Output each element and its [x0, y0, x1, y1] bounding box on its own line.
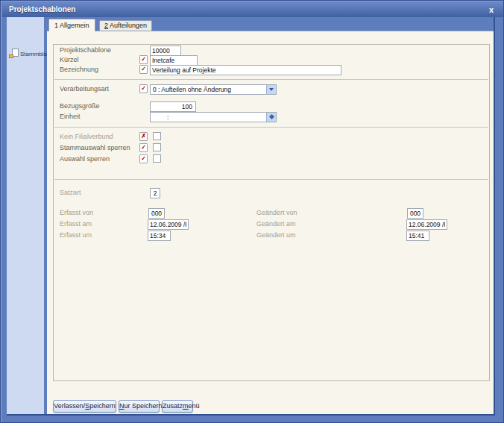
sidebar: Stammblatt — [7, 17, 44, 414]
kuerzel-label: Kürzel — [60, 56, 79, 63]
window-body: Stammblatt 1 Allgemein 2 Aufteilungen Pr… — [7, 17, 495, 416]
kein-filialverbund-flag-x-icon[interactable]: ✗ — [139, 132, 148, 141]
bezugsgroesse-label: Bezugsgröße — [60, 102, 100, 110]
tab-page-allgemein: Projektschablone Kürzel ✓ Bezeichnung ✓ … — [47, 31, 494, 414]
dropdown-button[interactable] — [266, 85, 276, 94]
kein-filialverbund-label: Kein Filialverbund — [60, 133, 113, 140]
titlebar: Projektschablonen x — [2, 2, 503, 17]
section-divider — [54, 179, 488, 180]
kuerzel-input[interactable] — [150, 55, 198, 66]
nur-speichern-button[interactable]: Nur Speichern — [119, 400, 160, 413]
geaendert-von-value — [407, 208, 423, 219]
auswahl-sperren-flag-check-icon[interactable]: ✓ — [139, 154, 148, 163]
erfasst-am-label: Erfasst am — [60, 220, 92, 228]
zusatzmenu-button[interactable]: Zusatzmenü — [162, 400, 193, 413]
bezugsgroesse-input[interactable] — [150, 101, 196, 112]
geaendert-von-label: Geändert von — [256, 209, 297, 216]
bezeichnung-flag-check-icon[interactable]: ✓ — [139, 65, 148, 74]
einheit-label: Einheit — [60, 113, 81, 120]
sidebar-item-label: Stammblatt — [20, 51, 50, 57]
auswahl-sperren-checkbox[interactable] — [153, 154, 161, 163]
projektschablonen-window: Projektschablonen x Stammblatt 1 Allgeme… — [0, 0, 504, 423]
erfasst-am-value — [148, 219, 189, 230]
section-divider — [54, 127, 488, 128]
erfasst-um-label: Erfasst um — [60, 231, 92, 239]
kein-filialverbund-checkbox[interactable] — [153, 132, 161, 140]
geaendert-am-label: Geändert am — [256, 220, 296, 228]
projektschablone-label: Projektschablone — [60, 46, 111, 54]
geaendert-am-value — [406, 219, 447, 230]
projektschablone-input[interactable] — [150, 46, 181, 56]
einheit-lookup-button[interactable] — [266, 113, 276, 122]
satzart-value-box — [150, 188, 160, 198]
erfasst-von-value — [148, 208, 165, 219]
stammblatt-form-icon — [9, 48, 19, 58]
tab-allgemein[interactable]: 1 Allgemein — [48, 19, 95, 31]
form-groupbox: Projektschablone Kürzel ✓ Bezeichnung ✓ … — [53, 44, 490, 381]
satzart-label: Satzart — [60, 189, 81, 196]
verarbeitungsart-select[interactable]: 0 : Aufteilen ohne Änderung — [150, 84, 277, 95]
erfasst-von-label: Erfasst von — [60, 209, 93, 216]
einheit-field[interactable]: : — [150, 112, 277, 122]
tab-aufteilungen[interactable]: 2 Aufteilungen — [99, 20, 152, 31]
window-title: Projektschablonen — [9, 2, 75, 17]
kuerzel-flag-check-icon[interactable]: ✓ — [139, 55, 148, 64]
geaendert-um-value — [406, 231, 429, 241]
bezeichnung-label: Bezeichnung — [60, 66, 98, 73]
section-divider — [54, 79, 488, 80]
geaendert-um-label: Geändert um — [256, 231, 296, 239]
auswahl-sperren-label: Auswahl sperren — [60, 155, 110, 163]
verarbeitungsart-label: Verarbeitungsart — [60, 85, 109, 93]
sidebar-item-stammblatt[interactable]: Stammblatt — [9, 48, 43, 59]
erfasst-um-value — [148, 231, 171, 241]
bezeichnung-input[interactable] — [150, 65, 341, 75]
verarbeitungsart-value: 0 : Aufteilen ohne Änderung — [153, 86, 231, 93]
stammauswahl-sperren-label: Stammauswahl sperren — [60, 144, 130, 151]
stammauswahl-sperren-checkbox[interactable] — [153, 143, 161, 151]
close-icon[interactable]: x — [486, 2, 497, 17]
lookup-diamond-icon — [269, 114, 274, 119]
einheit-value: : — [167, 113, 168, 121]
verlassen-speichern-button[interactable]: Verlassen/Speichern — [53, 400, 116, 413]
chevron-down-icon — [269, 88, 274, 91]
verarbeitungsart-flag-check-icon[interactable]: ✓ — [139, 84, 148, 93]
stammauswahl-sperren-flag-check-icon[interactable]: ✓ — [139, 143, 148, 152]
